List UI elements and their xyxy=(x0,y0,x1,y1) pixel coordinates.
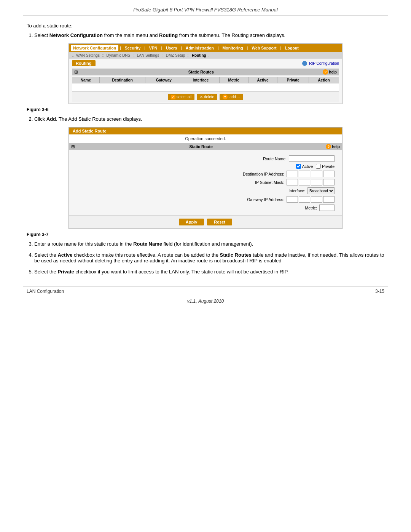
active-checkbox-label: Active xyxy=(296,164,313,169)
subnet-octet-3[interactable] xyxy=(311,179,322,185)
add-static-route-header: Add Static Route xyxy=(69,128,342,134)
interface-select[interactable]: Broadband xyxy=(307,187,335,194)
header-rule xyxy=(23,16,388,16)
form-help-icon[interactable]: ? xyxy=(326,144,331,149)
step-1: Select Network Configuration from the ma… xyxy=(34,32,388,38)
figure-3-7-screenshot: Add Static Route Operation succeeded. ⊞ … xyxy=(68,127,342,229)
subnav-dmz-setup[interactable]: DMZ Setup xyxy=(164,53,187,58)
metric-input[interactable] xyxy=(319,204,335,211)
form-help-area: ? help xyxy=(326,144,340,149)
subnet-octet-1[interactable] xyxy=(287,179,298,185)
col-active: Active xyxy=(248,77,277,83)
delete-button[interactable]: ✕ delete xyxy=(197,94,217,100)
page-title: ProSafe Gigabit 8 Port VPN Firewall FVS3… xyxy=(23,0,388,16)
gateway-ip-label: Gateway IP Address: xyxy=(216,197,284,202)
active-checkbox[interactable] xyxy=(296,164,301,169)
subnav-wan-settings[interactable]: WAN Settings xyxy=(75,53,101,58)
route-name-row: Route Name: xyxy=(76,155,335,162)
subnav-dynamic-dns[interactable]: Dynamic DNS xyxy=(105,53,132,58)
col-gateway: Gateway xyxy=(145,77,182,83)
nav-vpn[interactable]: VPN xyxy=(147,45,160,51)
gateway-octet-3[interactable] xyxy=(311,196,322,203)
col-name: Name xyxy=(72,77,100,83)
steps-list: Select Network Configuration from the ma… xyxy=(23,32,388,38)
delete-icon: ✕ xyxy=(200,95,203,99)
nav-monitoring[interactable]: Monitoring xyxy=(220,45,245,51)
footer-left: LAN Configuration xyxy=(27,289,64,294)
page-footer: LAN Configuration 3-15 xyxy=(23,286,388,296)
dest-ip-octet-3[interactable] xyxy=(311,171,322,177)
nav-network-configuration[interactable]: Network Configuration xyxy=(71,45,118,51)
figure-3-6-label: Figure 3-6 xyxy=(27,107,388,112)
step-5-text: Select the Private checkbox if you want … xyxy=(34,269,288,275)
steps-3-5-list: Enter a route name for this static route… xyxy=(23,241,388,275)
step-3: Enter a route name for this static route… xyxy=(34,241,388,247)
col-action: Action xyxy=(309,77,339,83)
form-help-label: help xyxy=(332,145,340,149)
dest-ip-octet-4[interactable] xyxy=(323,171,335,177)
step-1-text: Select Network Configuration from the ma… xyxy=(34,32,285,38)
dest-ip-octet-1[interactable] xyxy=(287,171,298,177)
private-checkbox[interactable] xyxy=(316,164,321,169)
col-interface: Interface xyxy=(182,77,220,83)
gateway-octet-2[interactable] xyxy=(299,196,310,203)
private-checkbox-label: Private xyxy=(316,164,335,169)
routing-header: Routing RIP Configuration xyxy=(72,60,339,66)
form-body: Route Name: Active Private xyxy=(69,153,342,215)
subnet-mask-row: IP Subnet Mask: xyxy=(76,179,335,185)
subnet-mask-label: IP Subnet Mask: xyxy=(216,180,284,185)
select-all-button[interactable]: ✓ select all xyxy=(168,94,194,100)
metric-label: Metric: xyxy=(249,206,317,210)
intro-text: To add a static route: xyxy=(27,23,388,29)
rip-configuration-link[interactable]: RIP Configuration xyxy=(302,61,339,66)
subnet-octet-2[interactable] xyxy=(299,179,310,185)
empty-table-row xyxy=(72,83,339,92)
dest-ip-inputs xyxy=(287,171,335,177)
gateway-octet-4[interactable] xyxy=(323,196,335,203)
col-metric: Metric xyxy=(219,77,248,83)
interface-label: Interface: xyxy=(237,189,305,193)
step-2: Click Add. The Add Static Route screen d… xyxy=(34,116,388,122)
subnet-octet-4[interactable] xyxy=(323,179,335,185)
add-button[interactable]: + add ... xyxy=(220,94,243,100)
form-section-title: Static Route xyxy=(190,144,213,149)
dest-ip-octet-2[interactable] xyxy=(299,171,310,177)
form-buttons: Apply Reset xyxy=(69,215,342,228)
active-private-row: Active Private xyxy=(76,164,335,169)
step-2-text: Click Add. The Add Static Route screen d… xyxy=(34,116,142,122)
nav-users[interactable]: Users xyxy=(164,45,179,51)
apply-button[interactable]: Apply xyxy=(179,219,204,225)
nav-web-support[interactable]: Web Support xyxy=(249,45,279,51)
gateway-octet-1[interactable] xyxy=(287,196,298,203)
footer-right: 3-15 xyxy=(375,289,384,294)
figure-3-7-label: Figure 3-7 xyxy=(27,232,388,237)
routes-table: Name Destination Gateway Interface Metri… xyxy=(72,77,339,92)
interface-row: Interface: Broadband xyxy=(76,187,335,194)
footer-center: v1.1, August 2010 xyxy=(23,296,388,306)
globe-icon xyxy=(302,61,307,66)
nav-bar: Network Configuration | Security | VPN |… xyxy=(69,44,342,52)
nav-administration[interactable]: Administration xyxy=(183,45,216,51)
static-route-form-header: ⊞ Static Route ? help xyxy=(69,143,342,150)
reset-button[interactable]: Reset xyxy=(207,219,232,225)
table-actions: ✓ select all ✕ delete + add ... xyxy=(72,92,339,102)
static-routes-section-header: ⊞ Static Routes ? help xyxy=(72,69,339,75)
routing-label: Routing xyxy=(72,60,96,66)
route-name-input[interactable] xyxy=(289,155,335,162)
check-icon: ✓ xyxy=(171,95,175,99)
nav-security[interactable]: Security xyxy=(123,45,143,51)
help-icon[interactable]: ? xyxy=(323,69,328,75)
step-2-list: Click Add. The Add Static Route screen d… xyxy=(23,116,388,122)
subnav-routing[interactable]: Routing xyxy=(190,53,208,58)
section-expand-icon2: ⊞ xyxy=(71,144,75,149)
subnav-lan-settings[interactable]: LAN Settings xyxy=(135,53,161,58)
col-private: Private xyxy=(277,77,309,83)
help-area: ? help xyxy=(323,69,337,75)
help-label: help xyxy=(329,70,337,74)
routing-content: Routing RIP Configuration ⊞ Static Route… xyxy=(69,59,342,104)
nav-logout[interactable]: Logout xyxy=(283,45,301,51)
figure-3-6-screenshot: Network Configuration | Security | VPN |… xyxy=(68,43,342,104)
metric-row: Metric: xyxy=(76,204,335,211)
sub-nav: :: WAN Settings :: Dynamic DNS :: LAN Se… xyxy=(69,52,342,59)
route-name-label: Route Name: xyxy=(218,157,287,161)
